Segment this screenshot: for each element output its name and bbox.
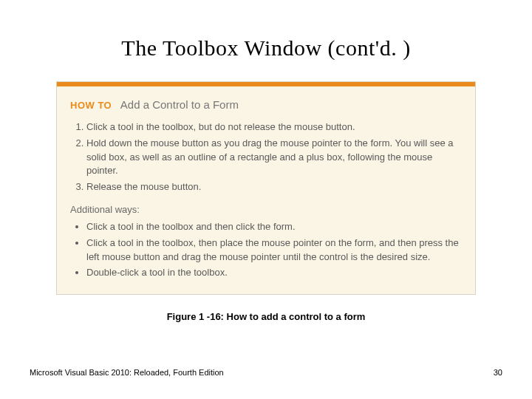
figure-caption: Figure 1 -16: How to add a control to a … [30, 311, 502, 322]
howto-step: Hold down the mouse button as you drag t… [86, 137, 462, 179]
additional-ways-list: Click a tool in the toolbox and then cli… [70, 220, 462, 280]
slide: The Toolbox Window (cont'd. ) HOW TO Add… [0, 0, 532, 399]
howto-content: HOW TO Add a Control to a Form Click a t… [57, 86, 475, 294]
additional-way: Click a tool in the toolbox, then place … [86, 236, 462, 265]
howto-step: Release the mouse button. [86, 180, 462, 194]
slide-title: The Toolbox Window (cont'd. ) [30, 35, 502, 61]
additional-way: Double-click a tool in the toolbox. [86, 266, 462, 280]
additional-way: Click a tool in the toolbox and then cli… [86, 220, 462, 234]
howto-steps: Click a tool in the toolbox, but do not … [70, 120, 462, 194]
howto-subtitle: Add a Control to a Form [120, 98, 239, 111]
howto-label: HOW TO [70, 100, 112, 111]
howto-box: HOW TO Add a Control to a Form Click a t… [56, 81, 476, 295]
howto-heading: HOW TO Add a Control to a Form [70, 97, 462, 113]
howto-step: Click a tool in the toolbox, but do not … [86, 120, 462, 134]
footer-text: Microsoft Visual Basic 2010: Reloaded, F… [30, 368, 224, 377]
slide-footer: Microsoft Visual Basic 2010: Reloaded, F… [30, 368, 502, 377]
additional-ways-label: Additional ways: [70, 203, 462, 217]
page-number: 30 [494, 368, 502, 377]
